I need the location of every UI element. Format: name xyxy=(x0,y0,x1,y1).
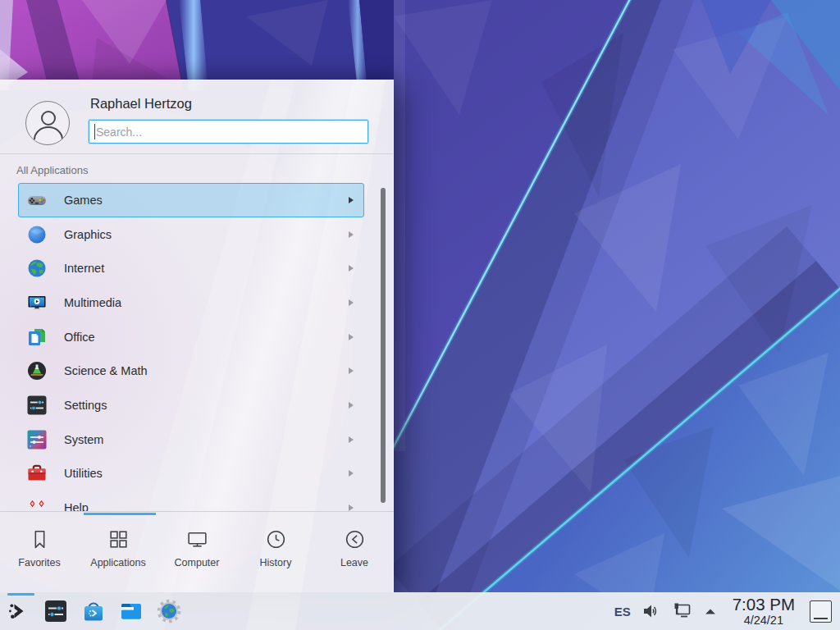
keyboard-layout-indicator[interactable]: ES xyxy=(614,605,631,619)
category-label: Graphics xyxy=(64,228,112,241)
search-input[interactable] xyxy=(89,120,368,144)
taskbar-app-file-manager[interactable] xyxy=(116,596,146,627)
category-item-graphics[interactable]: Graphics xyxy=(18,217,364,252)
category-icon xyxy=(26,463,48,484)
show-desktop-button[interactable] xyxy=(810,600,832,623)
tab-icon xyxy=(264,527,288,551)
submenu-arrow-icon xyxy=(349,436,354,443)
category-icon xyxy=(26,429,48,450)
tab-label: Leave xyxy=(340,557,368,568)
category-icon xyxy=(26,497,48,511)
tab-icon xyxy=(185,527,209,551)
taskbar-app-discover[interactable] xyxy=(79,596,108,627)
tab-icon xyxy=(343,527,367,551)
taskbar-app-system-settings[interactable] xyxy=(41,596,71,627)
category-label: Multimedia xyxy=(64,296,121,309)
taskbar-app-icon xyxy=(157,599,181,623)
category-item-science-math[interactable]: Science & Math xyxy=(18,354,364,388)
category-label: Utilities xyxy=(64,467,103,480)
list-scrollbar[interactable] xyxy=(381,188,386,503)
user-icon xyxy=(26,102,70,145)
tab-favorites[interactable]: Favorites xyxy=(0,527,79,592)
tab-history[interactable]: History xyxy=(236,527,315,592)
taskbar-app-web-browser[interactable] xyxy=(154,596,184,627)
system-tray: ES 7:03 PM 4/24/21 xyxy=(614,596,833,627)
category-item-system[interactable]: System xyxy=(18,422,364,457)
text-cursor xyxy=(94,124,95,139)
category-icon xyxy=(26,326,48,348)
tab-computer[interactable]: Computer xyxy=(158,527,236,592)
category-label: Science & Math xyxy=(64,364,148,377)
user-avatar[interactable] xyxy=(25,101,70,145)
category-icon xyxy=(26,395,48,416)
tab-label: Computer xyxy=(175,557,220,568)
submenu-arrow-icon xyxy=(349,334,354,340)
tab-label: History xyxy=(260,557,292,568)
category-icon xyxy=(26,360,48,381)
tab-applications[interactable]: Applications xyxy=(79,527,158,592)
category-icon xyxy=(26,224,48,245)
taskbar-app-application-launcher[interactable] xyxy=(3,596,33,627)
submenu-arrow-icon xyxy=(349,470,354,477)
category-icon xyxy=(26,292,48,313)
submenu-arrow-icon xyxy=(349,504,354,511)
submenu-arrow-icon xyxy=(349,402,354,409)
user-name: Raphael Hertzog xyxy=(90,96,192,112)
expand-tray-caret-icon[interactable] xyxy=(703,606,718,616)
category-icon xyxy=(26,258,48,279)
tab-icon xyxy=(107,527,130,551)
taskbar-app-icon xyxy=(119,599,144,623)
taskbar-apps xyxy=(3,596,192,627)
submenu-arrow-icon xyxy=(349,265,354,272)
clock-time: 7:03 PM xyxy=(733,596,795,614)
tab-label: Applications xyxy=(90,557,145,568)
launcher-footer: Favorites Applications Computer History … xyxy=(0,511,394,592)
category-label: Internet xyxy=(64,262,104,275)
tab-leave[interactable]: Leave xyxy=(315,527,394,592)
category-label: Games xyxy=(64,194,103,207)
submenu-arrow-icon xyxy=(349,197,354,203)
category-item-utilities[interactable]: Utilities xyxy=(18,457,364,491)
category-icon xyxy=(26,189,48,211)
category-label: System xyxy=(64,433,103,446)
taskbar: ES 7:03 PM 4/24/21 xyxy=(0,592,840,630)
taskbar-app-icon xyxy=(43,599,68,623)
tab-label: Favorites xyxy=(18,557,60,568)
footer-tabs: Favorites Applications Computer History … xyxy=(0,512,394,592)
category-item-multimedia[interactable]: Multimedia xyxy=(18,285,364,320)
header-divider xyxy=(0,153,393,154)
taskbar-app-icon xyxy=(81,599,106,623)
category-label: Office xyxy=(64,331,95,344)
category-label: Help xyxy=(64,501,89,511)
section-label: All Applications xyxy=(16,164,88,176)
application-launcher-popup: Raphael Hertzog All Applications Games G… xyxy=(0,80,394,592)
submenu-arrow-icon xyxy=(349,368,354,374)
digital-clock[interactable]: 7:03 PM 4/24/21 xyxy=(733,596,795,627)
category-item-internet[interactable]: Internet xyxy=(18,251,364,285)
clock-date: 4/24/21 xyxy=(733,614,795,627)
category-item-office[interactable]: Office xyxy=(18,320,364,354)
category-label: Settings xyxy=(64,399,107,412)
category-item-games[interactable]: Games xyxy=(18,183,364,217)
taskbar-app-icon xyxy=(6,599,30,623)
application-list: Games Graphics Internet Multimedia Offic… xyxy=(0,183,394,511)
desktop: Raphael Hertzog All Applications Games G… xyxy=(0,0,840,630)
network-icon[interactable] xyxy=(672,603,692,619)
active-tab-indicator xyxy=(84,513,156,515)
category-item-settings[interactable]: Settings xyxy=(18,388,364,422)
submenu-arrow-icon xyxy=(349,231,354,238)
tab-icon xyxy=(28,527,52,551)
volume-icon[interactable] xyxy=(642,603,660,619)
submenu-arrow-icon xyxy=(349,299,354,306)
category-item-help[interactable]: Help xyxy=(18,491,364,511)
